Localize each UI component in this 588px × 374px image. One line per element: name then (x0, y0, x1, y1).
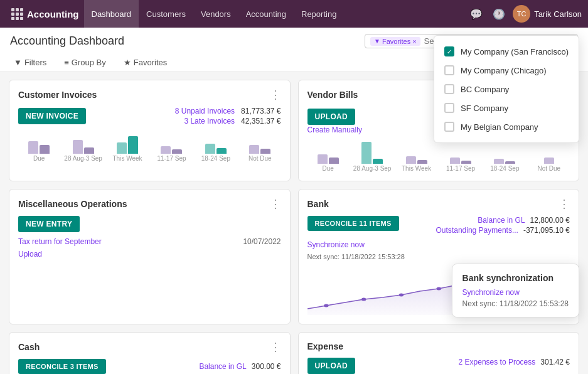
customer-invoices-title: Customer Invoices (18, 90, 97, 100)
company-checkbox-1 (444, 65, 454, 75)
tax-return-link[interactable]: Tax return for September (18, 237, 102, 246)
late-invoices-link[interactable]: 3 Late Invoices (184, 117, 235, 126)
svg-point-2 (398, 294, 403, 297)
bank-sync-tooltip-title: Bank synchronization (462, 273, 569, 283)
tax-return-date: 10/07/2022 (243, 237, 281, 246)
tax-return-row: Tax return for September 10/07/2022 (18, 237, 281, 246)
company-checkbox-2 (444, 84, 454, 94)
company-item-0[interactable]: My Company (San Francisco) (434, 42, 579, 61)
svg-point-1 (361, 298, 365, 301)
vendor-bills-title: Vendor Bills (307, 90, 358, 100)
reconcile-bank-button[interactable]: RECONCILE 11 ITEMS (307, 216, 399, 231)
company-dropdown: My Company (San Francisco) My Company (C… (434, 35, 579, 143)
company-checkbox-0 (444, 46, 454, 56)
app-logo[interactable]: Accounting (6, 8, 84, 20)
misc-title: Miscellaneous Operations (18, 199, 127, 209)
favorites-tag[interactable]: ▼ Favorites × (370, 37, 420, 46)
cash-balance-value: 300.00 € (252, 362, 281, 371)
filter-icon: ▼ (14, 58, 22, 67)
new-entry-button[interactable]: NEW ENTRY (18, 216, 80, 232)
remove-favorites-tag[interactable]: × (412, 38, 416, 45)
bank-sync-tooltip-link[interactable]: Synchronize now (462, 288, 569, 297)
expense-card: Expense UPLOAD Create Manually 2 Expense… (298, 332, 580, 374)
vendor-bills-chart: Due 28 Aug-3 Sep This Week (307, 141, 570, 172)
synchronize-now-link[interactable]: Synchronize now (307, 240, 365, 249)
favorites-button[interactable]: ★ Favorites (120, 56, 171, 69)
filters-button[interactable]: ▼ Filters (10, 56, 50, 69)
user-menu[interactable]: TC Tarik Carlson (513, 5, 582, 23)
svg-point-0 (324, 304, 328, 307)
customer-invoices-card: Customer Invoices ⋮ NEW INVOICE 8 Unpaid… (9, 80, 291, 181)
grid-icon (11, 8, 23, 20)
create-manually-vendor[interactable]: Create Manually (307, 126, 362, 134)
bank-menu[interactable]: ⋮ (559, 198, 570, 210)
upload-expense-button[interactable]: UPLOAD (307, 358, 355, 374)
process-expenses-value: 301.42 € (540, 358, 570, 366)
balance-gl-link[interactable]: Balance in GL (478, 216, 525, 225)
company-label-2: BC Company (461, 85, 509, 94)
bank-sync-tooltip-date: Next sync: 11/18/2022 15:53:28 (462, 299, 569, 308)
upload-misc-link[interactable]: Upload (18, 250, 281, 259)
app-name: Accounting (27, 9, 79, 19)
process-expenses-link[interactable]: 2 Expenses to Process (459, 358, 536, 366)
cash-menu[interactable]: ⋮ (270, 341, 281, 353)
outstanding-link[interactable]: Outstanding Payments... (436, 226, 518, 235)
topnav-right: 💬 🕐 TC Tarik Carlson (468, 5, 582, 23)
username: Tarik Carlson (534, 9, 582, 19)
cash-balance-link[interactable]: Balance in GL (199, 362, 246, 371)
customer-invoices-menu[interactable]: ⋮ (270, 89, 281, 100)
unpaid-invoices-link[interactable]: 8 Unpaid Invoices (175, 107, 235, 115)
unpaid-invoices-value: 81,773.37 € (241, 107, 281, 115)
misc-operations-card: Miscellaneous Operations ⋮ NEW ENTRY Tax… (9, 189, 291, 324)
nav-vendors[interactable]: Vendors (193, 0, 238, 28)
new-invoice-button[interactable]: NEW INVOICE (18, 108, 86, 124)
group-by-icon: ≡ (64, 58, 69, 67)
clock-icon[interactable]: 🕐 (490, 6, 508, 23)
cash-card: Cash ⋮ RECONCILE 3 ITEMS Balance in GL 3… (9, 332, 291, 374)
nav-reporting[interactable]: Reporting (294, 0, 344, 28)
avatar: TC (513, 5, 530, 23)
balance-gl-value: 12,800.00 € (530, 216, 570, 225)
nav-customers[interactable]: Customers (139, 0, 193, 28)
company-item-2[interactable]: BC Company (434, 80, 579, 99)
nav-accounting[interactable]: Accounting (238, 0, 294, 28)
company-item-3[interactable]: SF Company (434, 99, 579, 117)
star-icon: ★ (124, 58, 131, 67)
expense-title: Expense (307, 341, 344, 351)
bank-sync-tooltip: Bank synchronization Synchronize now Nex… (452, 264, 579, 318)
misc-menu[interactable]: ⋮ (270, 198, 281, 210)
group-by-button[interactable]: ≡ Group By (60, 56, 110, 69)
nav-dashboard[interactable]: Dashboard (84, 0, 139, 28)
company-label-1: My Company (Chicago) (461, 66, 547, 75)
cash-title: Cash (18, 342, 40, 352)
nav-links: Dashboard Customers Vendors Accounting R… (84, 0, 468, 28)
sync-date: Next sync: 11/18/2022 15:53:28 (307, 253, 405, 260)
late-invoices-value: 42,351.37 € (241, 117, 281, 126)
topnav: Accounting Dashboard Customers Vendors A… (0, 0, 588, 28)
company-label-0: My Company (San Francisco) (461, 47, 569, 56)
chat-icon[interactable]: 💬 (468, 6, 485, 23)
company-checkbox-3 (444, 103, 454, 113)
bank-title: Bank (307, 199, 329, 209)
upload-vendor-button[interactable]: UPLOAD (307, 109, 355, 125)
page-title: Accounting Dashboard (10, 35, 124, 48)
company-item-1[interactable]: My Company (Chicago) (434, 61, 579, 80)
customer-invoices-chart: Due 28 Aug-3 Sep This Week (18, 131, 281, 162)
svg-point-3 (436, 287, 441, 291)
company-checkbox-4 (444, 122, 454, 132)
company-label-4: My Belgian Company (461, 122, 538, 132)
outstanding-value: -371,095.10 € (523, 226, 570, 235)
company-label-3: SF Company (461, 104, 508, 113)
reconcile-cash-button[interactable]: RECONCILE 3 ITEMS (18, 359, 106, 374)
company-item-4[interactable]: My Belgian Company (434, 117, 579, 136)
